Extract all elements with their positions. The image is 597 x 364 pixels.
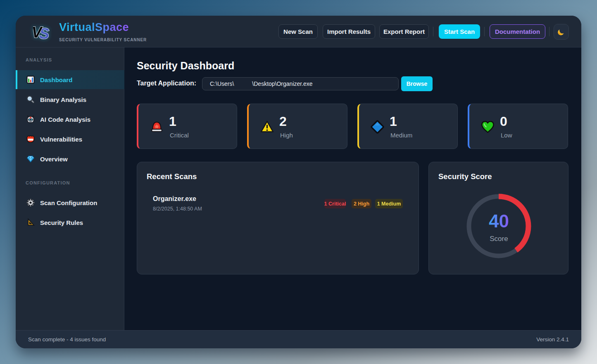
svg-text:V: V xyxy=(33,24,43,40)
